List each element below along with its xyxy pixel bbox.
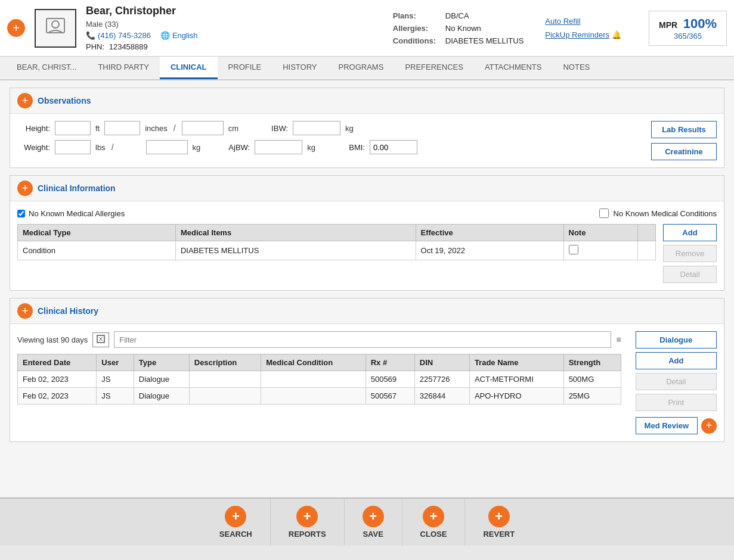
tab-notes[interactable]: NOTES — [552, 57, 600, 79]
inches-unit: inches — [145, 124, 168, 133]
observations-title: Observations — [38, 96, 91, 105]
ajbw-input[interactable] — [255, 140, 302, 154]
pickup-reminders-link[interactable]: PickUp Reminders — [545, 30, 609, 39]
col-actions — [638, 225, 656, 241]
clinical-history-section: + Clinical History Viewing last 90 days — [10, 298, 724, 442]
height-cm-input[interactable] — [182, 121, 224, 135]
tab-preferences[interactable]: PREFERENCES — [394, 57, 474, 79]
weight-kg-input[interactable] — [146, 140, 188, 154]
med-review-add-button[interactable]: + — [701, 418, 717, 434]
patient-name: Bear, Christopher — [86, 5, 371, 17]
table-row[interactable]: Condition DIABETES MELLITUS Oct 19, 2022 — [18, 241, 656, 260]
col-strength: Strength — [563, 354, 621, 371]
expand-button[interactable] — [92, 332, 109, 347]
close-footer-button[interactable]: + CLOSE — [402, 499, 466, 546]
no-allergies-checkbox[interactable] — [17, 210, 25, 217]
allergies-row: Allergies: No Known — [393, 24, 524, 33]
cell-note — [563, 241, 637, 260]
observations-header: + Observations — [10, 88, 724, 114]
svg-point-1 — [52, 21, 59, 28]
col-din: DIN — [414, 354, 469, 371]
bmi-input[interactable] — [370, 140, 417, 154]
detail-history-button[interactable]: Detail — [636, 373, 717, 390]
creatinine-button[interactable]: Creatinine — [651, 143, 717, 160]
globe-icon: 🌐 — [160, 31, 170, 40]
cell-date: Feb 02, 2023 — [18, 388, 97, 405]
cell-date: Feb 02, 2023 — [18, 371, 97, 388]
cell-type: Dialogue — [134, 388, 189, 405]
footer: + SEARCH + REPORTS + SAVE + CLOSE + REVE… — [0, 497, 734, 546]
detail-clinical-button[interactable]: Detail — [663, 266, 717, 283]
search-label: SEARCH — [219, 530, 252, 539]
tab-profile[interactable]: PROFILE — [218, 57, 272, 79]
col-entered-date: Entered Date — [18, 354, 97, 371]
reports-footer-button[interactable]: + REPORTS — [271, 499, 345, 546]
add-clinical-button[interactable]: Add — [663, 224, 717, 241]
mpr-percentage: 100% — [683, 16, 717, 31]
close-circle: + — [423, 506, 444, 527]
reports-circle: + — [296, 506, 318, 527]
cell-trade: ACT-METFORMI — [469, 371, 563, 388]
clinical-info-section: + Clinical Information No Known Medical … — [10, 175, 724, 291]
filter-input[interactable] — [114, 331, 611, 348]
no-allergies-label: No Known Medical Allergies — [29, 209, 125, 218]
cell-din: 326844 — [414, 388, 469, 405]
tab-third-party[interactable]: THIRD PARTY — [87, 57, 159, 79]
ibw-input[interactable] — [293, 121, 340, 135]
tab-clinical[interactable]: CLINICAL — [160, 57, 218, 79]
weight-lbs-input[interactable] — [55, 140, 91, 154]
cell-condition — [261, 371, 366, 388]
clinical-history-add-button[interactable]: + — [17, 303, 33, 319]
tab-programs[interactable]: PROGRAMS — [328, 57, 395, 79]
med-review-button[interactable]: Med Review — [636, 417, 698, 434]
reports-label: REPORTS — [289, 530, 326, 539]
height-ft-input[interactable] — [55, 121, 91, 135]
height-inches-input[interactable] — [104, 121, 140, 135]
header-add-button[interactable]: + — [7, 19, 25, 37]
clinical-info-body: No Known Medical Allergies No Known Medi… — [10, 201, 724, 290]
mpr-fraction: 365/365 — [659, 32, 717, 41]
save-footer-button[interactable]: + SAVE — [345, 499, 402, 546]
col-medical-items: Medical Items — [175, 225, 416, 241]
cell-user: JS — [97, 388, 134, 405]
tab-bear[interactable]: BEAR, CHRIST... — [6, 57, 87, 79]
ibw-kg-unit: kg — [345, 124, 354, 133]
search-footer-button[interactable]: + SEARCH — [202, 499, 271, 546]
col-trade-name: Trade Name — [469, 354, 563, 371]
revert-footer-button[interactable]: + REVERT — [465, 499, 532, 546]
note-checkbox[interactable] — [569, 245, 578, 254]
lab-results-button[interactable]: Lab Results — [651, 121, 717, 138]
table-row[interactable]: Feb 02, 2023 JS Dialogue 500569 2257726 … — [18, 371, 621, 388]
add-history-button[interactable]: Add — [636, 352, 717, 369]
mpr-label: MPR — [659, 20, 677, 30]
header-links: Auto Refill PickUp Reminders 🔔 — [533, 17, 633, 39]
clinical-info-add-button[interactable]: + — [17, 181, 33, 196]
phone-icon: 📞 — [86, 31, 95, 40]
observations-body: Height: ft inches / cm IBW: kg Weight: — [10, 114, 724, 167]
no-conditions-checkbox[interactable] — [599, 209, 609, 218]
print-button[interactable]: Print — [636, 394, 717, 411]
cell-condition — [261, 388, 366, 405]
tab-attachments[interactable]: ATTACHMENTS — [474, 57, 553, 79]
height-label: Height: — [17, 124, 50, 133]
table-row[interactable]: Feb 02, 2023 JS Dialogue 500567 326844 A… — [18, 388, 621, 405]
observations-add-button[interactable]: + — [17, 93, 33, 108]
col-rx: Rx # — [366, 354, 414, 371]
tab-history[interactable]: HISTORY — [272, 57, 327, 79]
search-circle: + — [225, 506, 246, 527]
auto-refill-link[interactable]: Auto Refill — [545, 17, 621, 26]
dialogue-button[interactable]: Dialogue — [636, 331, 717, 349]
remove-clinical-button[interactable]: Remove — [663, 245, 717, 262]
col-type: Type — [134, 354, 189, 371]
patient-info: Bear, Christopher Male (33) 📞 (416) 745-… — [86, 5, 371, 51]
lbs-unit: lbs — [95, 143, 106, 152]
tab-bar: BEAR, CHRIST... THIRD PARTY CLINICAL PRO… — [0, 57, 734, 80]
patient-details: Plans: DB/CA Allergies: No Known Conditi… — [393, 11, 524, 45]
patient-phn: PHN: 123458889 — [86, 42, 371, 51]
patient-phone: 📞 (416) 745-3286 — [86, 31, 151, 40]
height-row: Height: ft inches / cm IBW: kg — [17, 121, 651, 135]
cell-type: Condition — [18, 241, 176, 260]
cell-desc — [189, 388, 261, 405]
history-buttons: Dialogue Add Detail Print Med Review + — [636, 331, 717, 434]
cell-effective: Oct 19, 2022 — [416, 241, 563, 260]
